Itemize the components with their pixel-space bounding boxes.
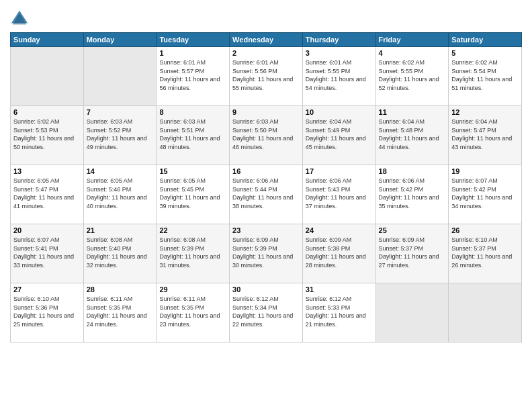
cell-content: Sunrise: 6:09 AMSunset: 5:39 PMDaylight:… <box>232 236 293 269</box>
weekday-header: Wednesday <box>230 33 303 47</box>
logo <box>10 9 30 28</box>
cell-content: Sunrise: 6:12 AMSunset: 5:33 PMDaylight:… <box>306 295 366 328</box>
calendar-cell: 17 Sunrise: 6:06 AMSunset: 5:43 PMDaylig… <box>302 165 375 224</box>
calendar-week-row: 20 Sunrise: 6:07 AMSunset: 5:41 PMDaylig… <box>11 224 522 283</box>
calendar-cell: 13 Sunrise: 6:05 AMSunset: 5:47 PMDaylig… <box>11 165 84 224</box>
cell-content: Sunrise: 6:08 AMSunset: 5:39 PMDaylight:… <box>159 236 220 269</box>
calendar-cell: 12 Sunrise: 6:04 AMSunset: 5:47 PMDaylig… <box>449 106 522 165</box>
logo-icon <box>10 9 29 28</box>
calendar-cell: 30 Sunrise: 6:12 AMSunset: 5:34 PMDaylig… <box>230 283 303 342</box>
calendar-week-row: 13 Sunrise: 6:05 AMSunset: 5:47 PMDaylig… <box>11 165 522 224</box>
cell-content: Sunrise: 6:03 AMSunset: 5:52 PMDaylight:… <box>87 118 147 150</box>
calendar-cell: 29 Sunrise: 6:11 AMSunset: 5:35 PMDaylig… <box>157 283 230 342</box>
day-number: 27 <box>13 285 81 293</box>
calendar-cell: 8 Sunrise: 6:03 AMSunset: 5:51 PMDayligh… <box>157 106 230 165</box>
day-number: 18 <box>379 167 446 175</box>
calendar-cell: 11 Sunrise: 6:04 AMSunset: 5:48 PMDaylig… <box>375 106 449 165</box>
day-number: 11 <box>379 108 446 116</box>
calendar: SundayMondayTuesdayWednesdayThursdayFrid… <box>10 32 522 342</box>
cell-content: Sunrise: 6:06 AMSunset: 5:44 PMDaylight:… <box>232 177 293 210</box>
calendar-cell: 23 Sunrise: 6:09 AMSunset: 5:39 PMDaylig… <box>230 224 303 283</box>
cell-content: Sunrise: 6:11 AMSunset: 5:35 PMDaylight:… <box>159 295 220 328</box>
cell-content: Sunrise: 6:04 AMSunset: 5:49 PMDaylight:… <box>306 118 366 150</box>
cell-content: Sunrise: 6:09 AMSunset: 5:37 PMDaylight:… <box>379 236 439 269</box>
cell-content: Sunrise: 6:10 AMSunset: 5:36 PMDaylight:… <box>13 295 74 328</box>
day-number: 26 <box>451 226 519 234</box>
cell-content: Sunrise: 6:02 AMSunset: 5:55 PMDaylight:… <box>379 59 439 91</box>
weekday-header: Tuesday <box>157 33 230 47</box>
day-number: 5 <box>451 49 519 57</box>
day-number: 31 <box>306 285 373 293</box>
calendar-cell: 6 Sunrise: 6:02 AMSunset: 5:53 PMDayligh… <box>11 106 84 165</box>
calendar-cell: 2 Sunrise: 6:01 AMSunset: 5:56 PMDayligh… <box>230 47 303 106</box>
cell-content: Sunrise: 6:04 AMSunset: 5:47 PMDaylight:… <box>451 118 512 150</box>
day-number: 29 <box>159 285 226 293</box>
day-number: 6 <box>13 108 81 116</box>
calendar-cell: 5 Sunrise: 6:02 AMSunset: 5:54 PMDayligh… <box>449 47 522 106</box>
calendar-cell <box>11 47 84 106</box>
calendar-cell: 9 Sunrise: 6:03 AMSunset: 5:50 PMDayligh… <box>230 106 303 165</box>
calendar-cell: 14 Sunrise: 6:05 AMSunset: 5:46 PMDaylig… <box>83 165 157 224</box>
cell-content: Sunrise: 6:04 AMSunset: 5:48 PMDaylight:… <box>379 118 439 150</box>
calendar-cell: 16 Sunrise: 6:06 AMSunset: 5:44 PMDaylig… <box>230 165 303 224</box>
calendar-body: 1 Sunrise: 6:01 AMSunset: 5:57 PMDayligh… <box>11 47 522 342</box>
calendar-cell <box>375 283 449 342</box>
day-number: 15 <box>159 167 226 175</box>
cell-content: Sunrise: 6:07 AMSunset: 5:42 PMDaylight:… <box>451 177 512 210</box>
cell-content: Sunrise: 6:08 AMSunset: 5:40 PMDaylight:… <box>87 236 147 269</box>
weekday-header: Friday <box>375 33 449 47</box>
day-number: 28 <box>87 285 154 293</box>
calendar-cell: 15 Sunrise: 6:05 AMSunset: 5:45 PMDaylig… <box>157 165 230 224</box>
cell-content: Sunrise: 6:09 AMSunset: 5:38 PMDaylight:… <box>306 236 366 269</box>
calendar-cell: 7 Sunrise: 6:03 AMSunset: 5:52 PMDayligh… <box>83 106 157 165</box>
day-number: 21 <box>87 226 154 234</box>
calendar-cell <box>449 283 522 342</box>
day-number: 12 <box>451 108 519 116</box>
page: SundayMondayTuesdayWednesdayThursdayFrid… <box>0 0 532 411</box>
cell-content: Sunrise: 6:03 AMSunset: 5:50 PMDaylight:… <box>232 118 293 150</box>
calendar-cell: 21 Sunrise: 6:08 AMSunset: 5:40 PMDaylig… <box>83 224 157 283</box>
cell-content: Sunrise: 6:01 AMSunset: 5:55 PMDaylight:… <box>306 59 366 91</box>
calendar-cell: 19 Sunrise: 6:07 AMSunset: 5:42 PMDaylig… <box>449 165 522 224</box>
cell-content: Sunrise: 6:02 AMSunset: 5:53 PMDaylight:… <box>13 118 74 150</box>
cell-content: Sunrise: 6:06 AMSunset: 5:43 PMDaylight:… <box>306 177 366 210</box>
cell-content: Sunrise: 6:11 AMSunset: 5:35 PMDaylight:… <box>87 295 147 328</box>
calendar-week-row: 6 Sunrise: 6:02 AMSunset: 5:53 PMDayligh… <box>11 106 522 165</box>
day-number: 10 <box>306 108 373 116</box>
calendar-cell: 1 Sunrise: 6:01 AMSunset: 5:57 PMDayligh… <box>157 47 230 106</box>
day-number: 9 <box>232 108 300 116</box>
day-number: 20 <box>13 226 81 234</box>
calendar-cell: 27 Sunrise: 6:10 AMSunset: 5:36 PMDaylig… <box>11 283 84 342</box>
day-number: 7 <box>87 108 154 116</box>
calendar-cell: 20 Sunrise: 6:07 AMSunset: 5:41 PMDaylig… <box>11 224 84 283</box>
calendar-cell: 28 Sunrise: 6:11 AMSunset: 5:35 PMDaylig… <box>83 283 157 342</box>
cell-content: Sunrise: 6:01 AMSunset: 5:57 PMDaylight:… <box>159 59 220 91</box>
calendar-cell: 10 Sunrise: 6:04 AMSunset: 5:49 PMDaylig… <box>302 106 375 165</box>
day-number: 4 <box>379 49 446 57</box>
day-number: 30 <box>232 285 300 293</box>
cell-content: Sunrise: 6:03 AMSunset: 5:51 PMDaylight:… <box>159 118 220 150</box>
weekday-header: Sunday <box>11 33 84 47</box>
day-number: 3 <box>306 49 373 57</box>
day-number: 16 <box>232 167 300 175</box>
weekday-header: Monday <box>83 33 157 47</box>
day-number: 8 <box>159 108 226 116</box>
day-number: 17 <box>306 167 373 175</box>
cell-content: Sunrise: 6:05 AMSunset: 5:47 PMDaylight:… <box>13 177 74 210</box>
weekday-header: Thursday <box>302 33 375 47</box>
calendar-week-row: 1 Sunrise: 6:01 AMSunset: 5:57 PMDayligh… <box>11 47 522 106</box>
day-number: 22 <box>159 226 226 234</box>
calendar-cell: 25 Sunrise: 6:09 AMSunset: 5:37 PMDaylig… <box>375 224 449 283</box>
cell-content: Sunrise: 6:12 AMSunset: 5:34 PMDaylight:… <box>232 295 293 328</box>
cell-content: Sunrise: 6:06 AMSunset: 5:42 PMDaylight:… <box>379 177 439 210</box>
day-number: 23 <box>232 226 300 234</box>
calendar-week-row: 27 Sunrise: 6:10 AMSunset: 5:36 PMDaylig… <box>11 283 522 342</box>
calendar-cell: 22 Sunrise: 6:08 AMSunset: 5:39 PMDaylig… <box>157 224 230 283</box>
calendar-cell: 31 Sunrise: 6:12 AMSunset: 5:33 PMDaylig… <box>302 283 375 342</box>
day-number: 1 <box>159 49 226 57</box>
day-number: 19 <box>451 167 519 175</box>
weekday-row: SundayMondayTuesdayWednesdayThursdayFrid… <box>11 33 522 47</box>
calendar-cell: 4 Sunrise: 6:02 AMSunset: 5:55 PMDayligh… <box>375 47 449 106</box>
cell-content: Sunrise: 6:10 AMSunset: 5:37 PMDaylight:… <box>451 236 512 269</box>
day-number: 13 <box>13 167 81 175</box>
